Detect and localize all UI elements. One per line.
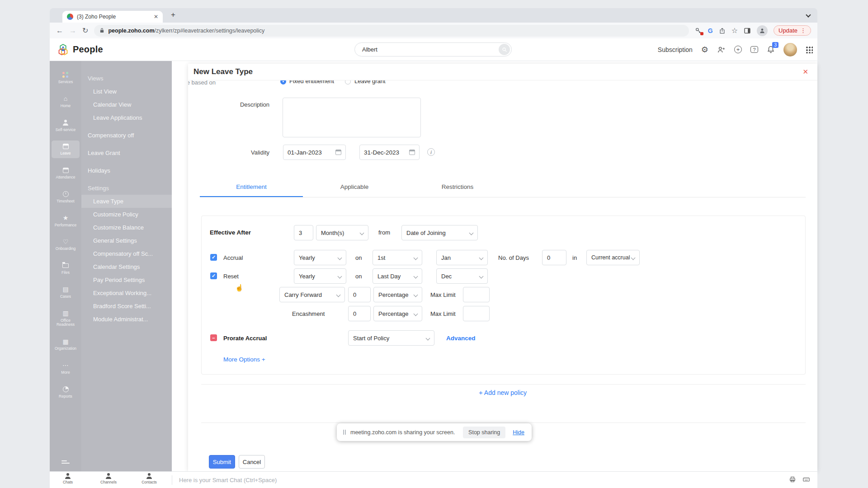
form-tabs: Entitlement Applicable Restrictions [200, 183, 806, 197]
contacts-item[interactable]: Contacts [137, 473, 162, 484]
description-textarea[interactable] [283, 98, 421, 137]
password-key-icon[interactable] [695, 27, 702, 34]
reload-button[interactable]: ↻ [82, 26, 88, 35]
carry-forward-unit-select[interactable]: Percentage [373, 287, 422, 302]
reset-day-select[interactable]: Last Day [373, 268, 422, 284]
leave-grant-radio[interactable] [345, 80, 351, 84]
chrome-update-button[interactable]: Update ⋮ [774, 25, 811, 36]
tab-close-icon[interactable]: ✕ [154, 14, 158, 20]
smart-chat-bar: Chats Channels Contacts Here is your Sma… [50, 471, 817, 488]
chats-icon [65, 473, 71, 479]
fixed-entitlement-radio[interactable] [280, 80, 286, 84]
subscription-link[interactable]: Subscription [658, 46, 693, 53]
reset-month-select[interactable]: Dec [436, 268, 488, 284]
carry-forward-select[interactable]: Carry Forward [279, 287, 345, 302]
window-chevron-icon[interactable] [806, 12, 811, 17]
forward-button[interactable]: → [69, 27, 76, 35]
tab-strip: (3) Zoho People ✕ + [50, 8, 817, 23]
apps-grid-icon[interactable] [806, 46, 813, 53]
smart-chat-input[interactable]: Here is your Smart Chat (Ctrl+Space) [179, 477, 277, 483]
browser-menu-icon[interactable]: ⋮ [800, 27, 806, 34]
side-panel-icon[interactable] [744, 27, 751, 34]
browser-profile-avatar[interactable] [757, 25, 768, 36]
tab-restrictions[interactable]: Restrictions [406, 183, 509, 190]
tab-entitlement[interactable]: Entitlement [200, 183, 303, 190]
effective-after-label: Effective After [210, 229, 251, 236]
effective-after-unit-select[interactable]: Month(s) [316, 225, 368, 240]
channels-item[interactable]: Channels [96, 473, 121, 484]
modal-close-icon[interactable]: ✕ [802, 68, 808, 76]
accrual-checkbox[interactable]: ✓ [210, 254, 217, 261]
address-bar[interactable]: people.zoho.com/zylkerr/zp#leavetracker/… [94, 25, 689, 37]
validity-info-icon[interactable]: i [427, 148, 435, 156]
accrual-day-select[interactable]: 1st [373, 250, 422, 265]
notifications-bell[interactable]: 3 [767, 45, 775, 54]
add-new-policy-link[interactable]: + Add new policy [188, 389, 817, 396]
reset-frequency-select[interactable]: Yearly [294, 268, 346, 284]
search-value: Albert [362, 46, 499, 53]
add-icon[interactable]: + [734, 46, 742, 53]
modal-body: Balance based on Fixed entitlement Leave… [188, 80, 817, 471]
search-input[interactable]: Albert [354, 42, 512, 56]
validity-from-value: 01-Jan-2023 [288, 149, 322, 156]
url-path: /zylkerr/zp#leavetracker/settings/leavep… [155, 28, 265, 34]
back-button[interactable]: ← [56, 27, 63, 35]
no-of-days-label: No. of Days [498, 254, 529, 261]
new-tab-button[interactable]: + [171, 10, 175, 19]
help-icon[interactable]: ? [750, 46, 758, 53]
description-label: Description [188, 101, 269, 108]
browser-tab[interactable]: (3) Zoho People ✕ [62, 11, 163, 23]
search-button[interactable] [499, 44, 510, 55]
prorate-accrual-checkbox[interactable]: − [210, 334, 217, 341]
browser-window: (3) Zoho People ✕ + ← → ↻ people.zoho.co… [50, 8, 817, 488]
accrual-target-select[interactable]: Current accrual [586, 250, 640, 265]
brand[interactable]: People [57, 43, 103, 56]
no-of-days-input[interactable]: 0 [542, 250, 566, 265]
referral-user-icon[interactable] [717, 46, 726, 54]
calendar-icon[interactable] [409, 150, 415, 155]
encashment-value-input[interactable]: 0 [348, 306, 371, 321]
carry-forward-value-input[interactable]: 0 [348, 287, 371, 302]
accrual-month-select[interactable]: Jan [436, 250, 488, 265]
effective-from-select[interactable]: Date of Joining [401, 225, 478, 240]
stop-sharing-button[interactable]: Stop sharing [463, 427, 505, 438]
url-text: people.zoho.com/zylkerr/zp#leavetracker/… [108, 28, 264, 34]
encash-max-limit-input[interactable] [463, 306, 490, 321]
reset-checkbox[interactable]: ✓ [210, 272, 217, 279]
bookmark-star-icon[interactable]: ☆ [731, 26, 738, 35]
validity-label: Validity [188, 149, 269, 156]
carry-max-limit-input[interactable] [463, 287, 490, 302]
keyboard-icon[interactable] [802, 476, 810, 483]
google-extension-icon[interactable]: G [708, 27, 713, 34]
validity-from-input[interactable]: 01-Jan-2023 [283, 145, 346, 160]
browser-toolbar: ← → ↻ people.zoho.com/zylkerr/zp#leavetr… [50, 23, 817, 38]
encash-max-limit-label: Max Limit [430, 310, 456, 317]
share-icon[interactable] [719, 27, 726, 34]
tab-applicable[interactable]: Applicable [303, 183, 406, 190]
prorate-select[interactable]: Start of Policy [348, 330, 434, 346]
divider [201, 384, 806, 385]
user-avatar[interactable] [783, 43, 797, 56]
key-badge [700, 32, 703, 35]
people-logo-icon [57, 43, 69, 56]
contacts-icon [146, 473, 152, 479]
new-leave-type-modal: New Leave Type ✕ Balance based on Fixed … [188, 64, 817, 471]
advanced-link[interactable]: Advanced [446, 335, 476, 342]
more-options-plus-icon: + [262, 356, 265, 363]
accrual-frequency-select[interactable]: Yearly [294, 250, 346, 265]
chats-item[interactable]: Chats [55, 473, 80, 484]
balance-based-on-row: Balance based on Fixed entitlement Leave… [188, 80, 817, 88]
search-icon [502, 47, 507, 52]
hide-link[interactable]: Hide [513, 429, 524, 436]
printer-icon[interactable] [789, 476, 796, 483]
more-options-link[interactable]: More Options + [223, 356, 265, 363]
calendar-icon[interactable] [335, 150, 341, 155]
accrual-label: Accrual [223, 254, 243, 261]
add-policy-plus-icon: + [479, 389, 483, 396]
validity-to-input[interactable]: 31-Dec-2023 [359, 145, 420, 160]
submit-button[interactable]: Submit [209, 455, 235, 469]
encashment-unit-select[interactable]: Percentage [373, 306, 422, 321]
effective-after-value-input[interactable]: 3 [294, 225, 313, 240]
settings-gear-icon[interactable]: ⚙ [701, 45, 708, 55]
cancel-button[interactable]: Cancel [239, 455, 265, 469]
